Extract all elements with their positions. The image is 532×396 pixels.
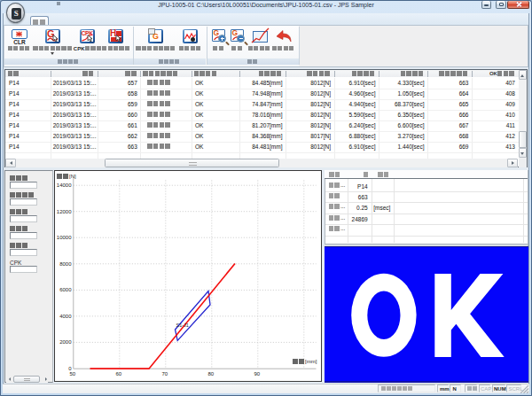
- svg-text:8000: 8000: [59, 260, 72, 266]
- svg-text:S1-J1: S1-J1: [176, 322, 188, 328]
- svg-text:70: 70: [161, 371, 168, 377]
- svg-text:6000: 6000: [59, 287, 72, 292]
- svg-text:50: 50: [69, 371, 75, 377]
- svg-text:80: 80: [207, 371, 214, 377]
- svg-text:4000: 4000: [59, 313, 72, 318]
- svg-text:10000: 10000: [56, 235, 71, 240]
- svg-text:60: 60: [115, 371, 121, 377]
- svg-text:14000: 14000: [56, 182, 71, 188]
- svg-text:12000: 12000: [56, 208, 71, 214]
- svg-text:2000: 2000: [59, 339, 72, 345]
- svg-text:90: 90: [254, 371, 260, 377]
